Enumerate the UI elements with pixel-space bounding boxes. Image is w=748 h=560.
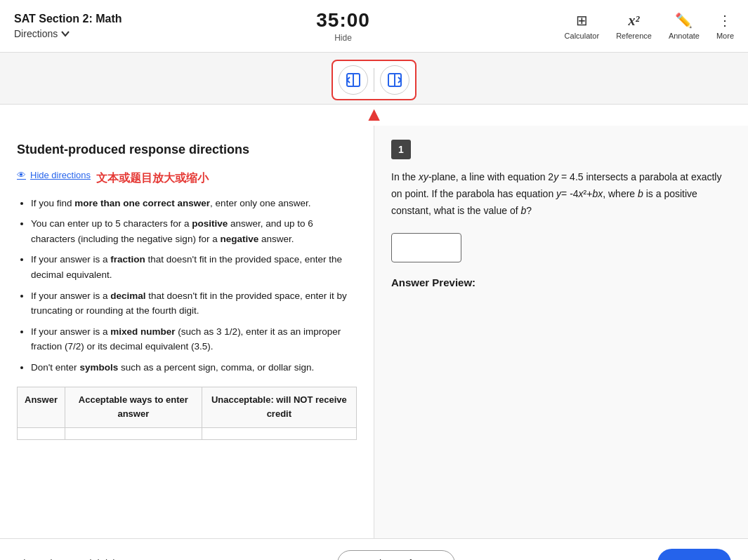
resize-toolbar [332, 60, 416, 100]
more-tool[interactable]: ⋮ More [716, 12, 734, 40]
chinese-note: 文本或题目放大或缩小 [96, 169, 209, 187]
left-panel: Student-produced response directions 👁 H… [0, 126, 374, 538]
header-center: 35:00 Hide [316, 9, 370, 43]
red-arrow-icon: ▲ [365, 103, 384, 126]
compress-panel-button[interactable] [380, 65, 409, 95]
directions-label: Directions [14, 28, 58, 39]
student-name: Alexander Anandakrishnan [17, 558, 134, 561]
header: SAT Section 2: Math Directions 35:00 Hid… [0, 0, 748, 53]
list-item: You can enter up to 5 characters for a p… [31, 216, 357, 246]
compress-icon [387, 72, 402, 88]
calculator-tool[interactable]: ⊞ Calculator [565, 12, 600, 40]
reference-tool[interactable]: x² Reference [616, 13, 652, 40]
hide-directions-button[interactable]: 👁 Hide directions [17, 168, 91, 183]
table-cell [202, 428, 356, 440]
timer-display: 35:00 [316, 9, 370, 32]
calculator-label: Calculator [565, 32, 600, 40]
question-nav-label: Question 1 of 20 [353, 558, 426, 561]
reference-label: Reference [616, 32, 652, 40]
hide-directions-label: Hide directions [30, 168, 91, 183]
question-nav-button[interactable]: Question 1 of 20 [337, 550, 456, 561]
question-badge: 1 [391, 140, 411, 159]
section-title: SAT Section 2: Math [14, 13, 122, 25]
table-header-acceptable: Acceptable ways to enter answer [65, 387, 202, 428]
list-item: Don't enter symbols such as a percent si… [31, 360, 357, 375]
table-cell [18, 428, 65, 440]
right-panel: 1 In the xy-plane, a line with equation … [374, 126, 748, 538]
directions-title: Student-produced response directions [17, 140, 357, 160]
list-item: If your answer is a fraction that doesn'… [31, 252, 357, 282]
list-item: If your answer is a mixed number (such a… [31, 324, 357, 354]
table-header-answer: Answer [18, 387, 65, 428]
eye-icon: 👁 [17, 168, 26, 183]
resize-toolbar-wrapper [0, 53, 748, 105]
answer-preview-label: Answer Preview: [391, 276, 731, 288]
directions-list: If you find more than one correct answer… [17, 196, 357, 375]
toolbar-divider [374, 68, 374, 92]
header-left: SAT Section 2: Math Directions [14, 13, 122, 39]
table-row [18, 428, 357, 440]
chevron-down-icon [60, 29, 70, 39]
expand-icon [346, 72, 361, 88]
list-item: If your answer is a decimal that doesn't… [31, 288, 357, 319]
list-item: If you find more than one correct answer… [31, 196, 357, 211]
table-header-unacceptable: Unacceptable: will NOT receive credit [202, 387, 356, 428]
reference-icon: x² [629, 13, 640, 29]
directions-table: Answer Acceptable ways to enter answer U… [17, 387, 357, 441]
more-label: More [716, 32, 734, 40]
table-cell [65, 428, 202, 440]
more-icon: ⋮ [718, 12, 732, 29]
main-content: Student-produced response directions 👁 H… [0, 126, 748, 538]
question-text: In the xy-plane, a line with equation 2y… [391, 169, 731, 219]
annotate-icon: ✏️ [675, 12, 693, 29]
arrow-wrapper: ▲ [0, 105, 748, 126]
next-button[interactable]: Next [657, 549, 731, 560]
expand-panel-button[interactable] [339, 65, 368, 95]
hide-timer-button[interactable]: Hide [334, 33, 352, 43]
answer-input-box[interactable] [391, 233, 461, 262]
calculator-icon: ⊞ [576, 12, 588, 29]
header-tools: ⊞ Calculator x² Reference ✏️ Annotate ⋮ … [565, 12, 734, 40]
directions-button[interactable]: Directions [14, 28, 122, 39]
annotate-label: Annotate [669, 32, 700, 40]
footer: Alexander Anandakrishnan Question 1 of 2… [0, 538, 748, 560]
annotate-tool[interactable]: ✏️ Annotate [669, 12, 700, 40]
